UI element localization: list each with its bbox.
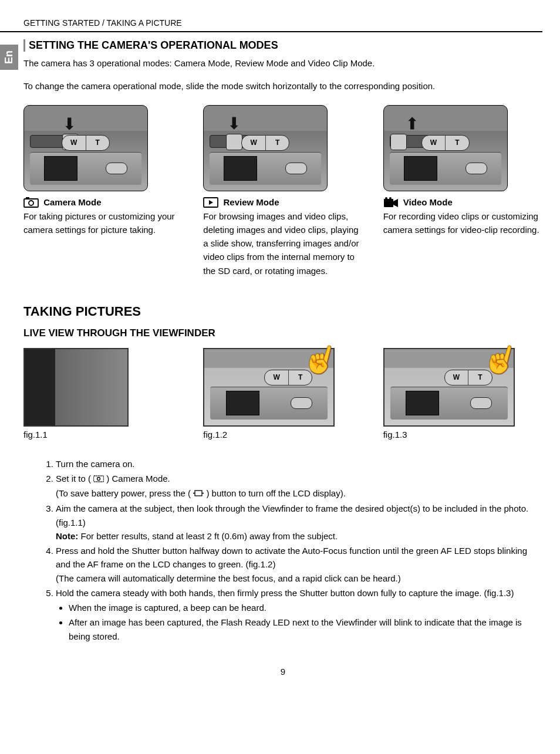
mode-column-review: ⬇ W T Review Mode For browsing images an… <box>203 105 362 278</box>
play-icon <box>203 197 218 209</box>
svg-point-1 <box>29 201 33 205</box>
arrow-down-icon: ⬇ <box>227 114 241 133</box>
camera-icon <box>93 472 104 486</box>
camera-icon <box>23 197 39 209</box>
svg-point-7 <box>385 197 387 200</box>
step-5-bullet-2: After an image has been captured, the Fl… <box>69 616 542 643</box>
mode-desc-review: For browsing images and video clips, del… <box>203 209 362 278</box>
subheading-live-view: LIVE VIEW THROUGH THE VIEWFINDER <box>23 327 542 339</box>
language-tab: En <box>0 45 18 70</box>
svg-rect-11 <box>195 491 202 496</box>
svg-marker-4 <box>209 200 213 205</box>
video-icon <box>383 197 399 209</box>
section-heading-taking-pictures: TAKING PICTURES <box>23 304 542 319</box>
step-5-bullet-1: When the image is captured, a beep can b… <box>69 601 542 614</box>
illustration-fig-1-3: W T ☝ <box>383 348 515 427</box>
illustration-fig-1-1 <box>23 348 129 427</box>
zoom-w-label: W <box>422 136 446 150</box>
illustration-camera-mode: ➡ W T <box>23 105 148 191</box>
mode-title-camera: Camera Mode <box>43 197 101 207</box>
page-number: 9 <box>23 667 542 677</box>
instruction-list: Turn the camera on. Set it to ( ) Camera… <box>23 457 542 643</box>
intro-text-2: To change the camera operational mode, s… <box>23 79 542 93</box>
figure-1-1: fig.1.1 <box>23 348 183 439</box>
arrow-left-icon: ➡ <box>402 117 421 130</box>
mode-title-review: Review Mode <box>224 197 279 207</box>
zoom-w-label: W <box>265 370 289 385</box>
step-4: Press and hold the Shutter button halfwa… <box>56 544 542 585</box>
zoom-w-label: W <box>62 136 86 150</box>
section-heading-modes: SETTING THE CAMERA'S OPERATIONAL MODES <box>23 39 542 52</box>
illustration-review-mode: ⬇ W T <box>203 105 328 191</box>
arrow-right-icon: ➡ <box>59 117 79 130</box>
illustration-video-mode: ➡ W T <box>383 105 508 191</box>
zoom-t-label: T <box>446 136 469 150</box>
zoom-w-label: W <box>445 370 469 385</box>
step-5: Hold the camera steady with both hands, … <box>56 586 542 643</box>
note-label: Note: <box>56 531 78 541</box>
caption-fig-1-1: fig.1.1 <box>23 430 183 439</box>
zoom-t-label: T <box>86 136 110 150</box>
breadcrumb: GETTING STARTED / TAKING A PICTURE <box>23 18 182 28</box>
svg-point-8 <box>389 197 392 200</box>
mode-title-video: Video Mode <box>403 197 453 207</box>
step-3: Aim the camera at the subject, then look… <box>56 502 542 543</box>
step-1: Turn the camera on. <box>56 457 542 471</box>
zoom-t-label: T <box>266 136 289 150</box>
mode-desc-camera: For taking pictures or customizing your … <box>23 209 183 237</box>
svg-rect-5 <box>384 199 393 207</box>
mode-column-camera: ➡ W T Camera Mode For taking pictures or… <box>23 105 183 278</box>
caption-fig-1-2: fig.1.2 <box>203 430 362 439</box>
display-icon <box>193 487 204 501</box>
svg-point-10 <box>97 478 100 481</box>
figure-1-3: W T ☝ fig.1.3 <box>383 348 542 439</box>
svg-rect-9 <box>94 476 104 482</box>
figure-1-2: W T ☝ fig.1.2 <box>203 348 362 439</box>
svg-marker-6 <box>393 199 398 207</box>
intro-text-1: The camera has 3 operational modes: Came… <box>23 56 542 70</box>
svg-rect-2 <box>26 197 29 200</box>
caption-fig-1-3: fig.1.3 <box>383 430 542 439</box>
step-2: Set it to ( ) Camera Mode. (To save batt… <box>56 472 542 501</box>
zoom-w-label: W <box>242 136 266 150</box>
mode-column-video: ➡ W T Video Mode For recording video cli… <box>383 105 542 278</box>
illustration-fig-1-2: W T ☝ <box>203 348 335 427</box>
mode-desc-video: For recording video clips or customizing… <box>383 209 542 237</box>
